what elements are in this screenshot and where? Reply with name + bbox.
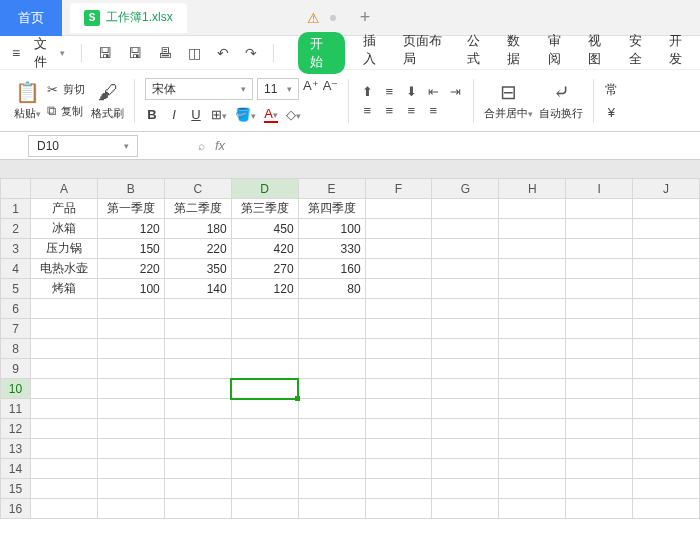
cell-H15[interactable] bbox=[499, 479, 566, 499]
cell-E2[interactable]: 100 bbox=[298, 219, 365, 239]
cell-J2[interactable] bbox=[633, 219, 700, 239]
ribbon-tab-dev[interactable]: 开发 bbox=[669, 32, 692, 74]
cell-F7[interactable] bbox=[365, 319, 432, 339]
cell-A3[interactable]: 压力锅 bbox=[30, 239, 97, 259]
cell-B10[interactable] bbox=[97, 379, 164, 399]
cell-C13[interactable] bbox=[164, 439, 231, 459]
border-button[interactable]: ⊞▾ bbox=[211, 107, 227, 122]
cell-E1[interactable]: 第四季度 bbox=[298, 199, 365, 219]
cell-G1[interactable] bbox=[432, 199, 499, 219]
cell-A13[interactable] bbox=[30, 439, 97, 459]
cell-B9[interactable] bbox=[97, 359, 164, 379]
cell-E3[interactable]: 330 bbox=[298, 239, 365, 259]
paste-button[interactable]: 📋 粘贴▾ bbox=[14, 80, 41, 121]
cell-G12[interactable] bbox=[432, 419, 499, 439]
col-header-E[interactable]: E bbox=[298, 179, 365, 199]
cell-C5[interactable]: 140 bbox=[164, 279, 231, 299]
cell-E7[interactable] bbox=[298, 319, 365, 339]
cell-G9[interactable] bbox=[432, 359, 499, 379]
cell-H7[interactable] bbox=[499, 319, 566, 339]
cell-G2[interactable] bbox=[432, 219, 499, 239]
wrap-text-button[interactable]: ⤶ 自动换行 bbox=[539, 80, 583, 121]
cell-H5[interactable] bbox=[499, 279, 566, 299]
cell-F13[interactable] bbox=[365, 439, 432, 459]
cell-D10[interactable] bbox=[231, 379, 298, 399]
fx-icon[interactable]: fx bbox=[215, 138, 225, 153]
row-header-2[interactable]: 2 bbox=[1, 219, 31, 239]
name-box[interactable]: D10▾ bbox=[28, 135, 138, 157]
cell-B6[interactable] bbox=[97, 299, 164, 319]
cell-D3[interactable]: 420 bbox=[231, 239, 298, 259]
cell-B16[interactable] bbox=[97, 499, 164, 519]
row-header-11[interactable]: 11 bbox=[1, 399, 31, 419]
cell-I7[interactable] bbox=[566, 319, 633, 339]
cell-I11[interactable] bbox=[566, 399, 633, 419]
ribbon-tab-start[interactable]: 开始 bbox=[298, 32, 345, 74]
select-all-corner[interactable] bbox=[1, 179, 31, 199]
cell-I12[interactable] bbox=[566, 419, 633, 439]
row-header-1[interactable]: 1 bbox=[1, 199, 31, 219]
row-header-4[interactable]: 4 bbox=[1, 259, 31, 279]
cell-F14[interactable] bbox=[365, 459, 432, 479]
col-header-G[interactable]: G bbox=[432, 179, 499, 199]
ribbon-tab-view[interactable]: 视图 bbox=[588, 32, 611, 74]
row-header-10[interactable]: 10 bbox=[1, 379, 31, 399]
clear-format-button[interactable]: ◇▾ bbox=[286, 107, 301, 122]
ribbon-tab-insert[interactable]: 插入 bbox=[363, 32, 386, 74]
row-header-14[interactable]: 14 bbox=[1, 459, 31, 479]
currency-icon[interactable]: ¥ bbox=[604, 105, 618, 120]
tab-home[interactable]: 首页 bbox=[0, 0, 62, 36]
cell-F3[interactable] bbox=[365, 239, 432, 259]
print-icon[interactable]: 🖶 bbox=[152, 45, 178, 61]
ribbon-tab-security[interactable]: 安全 bbox=[629, 32, 652, 74]
cell-D12[interactable] bbox=[231, 419, 298, 439]
cell-B15[interactable] bbox=[97, 479, 164, 499]
cell-H10[interactable] bbox=[499, 379, 566, 399]
cell-G11[interactable] bbox=[432, 399, 499, 419]
cell-G14[interactable] bbox=[432, 459, 499, 479]
align-middle-icon[interactable]: ≡ bbox=[381, 84, 397, 99]
cell-C7[interactable] bbox=[164, 319, 231, 339]
row-header-7[interactable]: 7 bbox=[1, 319, 31, 339]
row-header-9[interactable]: 9 bbox=[1, 359, 31, 379]
cell-F6[interactable] bbox=[365, 299, 432, 319]
row-header-12[interactable]: 12 bbox=[1, 419, 31, 439]
font-color-button[interactable]: A▾ bbox=[264, 106, 278, 123]
col-header-F[interactable]: F bbox=[365, 179, 432, 199]
redo-icon[interactable]: ↷ bbox=[239, 45, 263, 61]
cell-B13[interactable] bbox=[97, 439, 164, 459]
bold-button[interactable]: B bbox=[145, 107, 159, 122]
cell-E8[interactable] bbox=[298, 339, 365, 359]
cell-G3[interactable] bbox=[432, 239, 499, 259]
cell-D4[interactable]: 270 bbox=[231, 259, 298, 279]
col-header-B[interactable]: B bbox=[97, 179, 164, 199]
cell-F11[interactable] bbox=[365, 399, 432, 419]
col-header-A[interactable]: A bbox=[30, 179, 97, 199]
cell-F5[interactable] bbox=[365, 279, 432, 299]
cell-E14[interactable] bbox=[298, 459, 365, 479]
cell-D8[interactable] bbox=[231, 339, 298, 359]
cell-J7[interactable] bbox=[633, 319, 700, 339]
cell-D1[interactable]: 第三季度 bbox=[231, 199, 298, 219]
align-right-icon[interactable]: ≡ bbox=[403, 103, 419, 118]
cell-B14[interactable] bbox=[97, 459, 164, 479]
cell-D14[interactable] bbox=[231, 459, 298, 479]
cell-C2[interactable]: 180 bbox=[164, 219, 231, 239]
file-menu[interactable]: 文件▾ bbox=[28, 35, 71, 71]
cell-E5[interactable]: 80 bbox=[298, 279, 365, 299]
cell-B1[interactable]: 第一季度 bbox=[97, 199, 164, 219]
cell-C9[interactable] bbox=[164, 359, 231, 379]
tab-workbook[interactable]: S 工作簿1.xlsx bbox=[70, 3, 187, 33]
row-header-15[interactable]: 15 bbox=[1, 479, 31, 499]
cell-J6[interactable] bbox=[633, 299, 700, 319]
cell-C3[interactable]: 220 bbox=[164, 239, 231, 259]
cell-G5[interactable] bbox=[432, 279, 499, 299]
cell-G7[interactable] bbox=[432, 319, 499, 339]
cell-C12[interactable] bbox=[164, 419, 231, 439]
cell-D15[interactable] bbox=[231, 479, 298, 499]
cell-A9[interactable] bbox=[30, 359, 97, 379]
print-preview-icon[interactable]: ◫ bbox=[182, 45, 207, 61]
cell-F1[interactable] bbox=[365, 199, 432, 219]
cell-D16[interactable] bbox=[231, 499, 298, 519]
cell-D9[interactable] bbox=[231, 359, 298, 379]
